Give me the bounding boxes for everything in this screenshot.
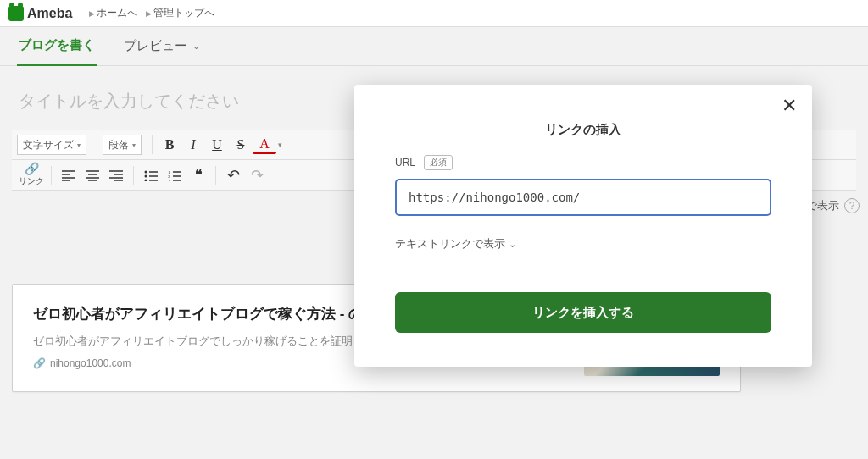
help-icon[interactable]: ?	[844, 198, 860, 213]
insert-link-modal: ✕ リンクの挿入 URL 必須 テキストリンクで表示 ⌄ リンクを挿入する	[354, 85, 812, 367]
font-size-select[interactable]: 文字サイズ▾	[17, 135, 86, 155]
insert-link-button[interactable]: 🔗 リンク	[17, 163, 46, 187]
url-input[interactable]	[395, 179, 771, 216]
display-as-text-link-toggle[interactable]: テキストリンクで表示 ⌄	[395, 236, 771, 252]
ordered-list-button[interactable]: 123	[163, 163, 186, 187]
italic-button[interactable]: I	[181, 133, 205, 157]
app-header: Ameba ホームへ 管理トップへ	[0, 0, 868, 27]
url-label: URL	[395, 157, 415, 169]
nav-home-link[interactable]: ホームへ	[89, 6, 137, 20]
tab-write[interactable]: ブログを書く	[17, 27, 97, 66]
link-icon: 🔗	[33, 357, 46, 369]
tab-preview[interactable]: プレビュー ⌄	[122, 28, 202, 64]
chevron-down-icon: ⌄	[509, 239, 516, 249]
tab-preview-label: プレビュー	[124, 38, 187, 54]
svg-text:3: 3	[168, 179, 170, 181]
close-button[interactable]: ✕	[782, 97, 797, 115]
svg-point-13	[145, 174, 147, 177]
text-color-button[interactable]: A	[253, 135, 276, 154]
svg-point-12	[145, 170, 147, 173]
nav-admin-link[interactable]: 管理トップへ	[146, 6, 214, 20]
required-badge: 必須	[424, 155, 453, 170]
close-icon: ✕	[782, 95, 797, 116]
url-label-row: URL 必須	[395, 155, 771, 170]
brand-name: Ameba	[27, 6, 72, 21]
align-left-button[interactable]	[57, 163, 81, 187]
align-right-button[interactable]	[104, 163, 128, 187]
insert-link-button[interactable]: リンクを挿入する	[395, 292, 771, 333]
strike-button[interactable]: S	[229, 133, 253, 157]
svg-point-14	[145, 179, 147, 181]
paragraph-select[interactable]: 段落▾	[103, 135, 142, 155]
chevron-down-icon: ⌄	[192, 41, 200, 52]
unordered-list-button[interactable]	[139, 163, 163, 187]
redo-button[interactable]: ↷	[245, 163, 269, 187]
align-center-button[interactable]	[81, 163, 104, 187]
editor-tabs: ブログを書く プレビュー ⌄	[0, 27, 868, 66]
brand-logo[interactable]: Ameba	[8, 6, 72, 21]
modal-title: リンクの挿入	[395, 122, 771, 138]
bold-button[interactable]: B	[158, 133, 181, 157]
blockquote-button[interactable]: ❝	[186, 163, 210, 187]
underline-button[interactable]: U	[205, 133, 229, 157]
ameba-icon	[8, 6, 24, 21]
link-icon: 🔗	[25, 163, 39, 174]
undo-button[interactable]: ↶	[221, 163, 245, 187]
